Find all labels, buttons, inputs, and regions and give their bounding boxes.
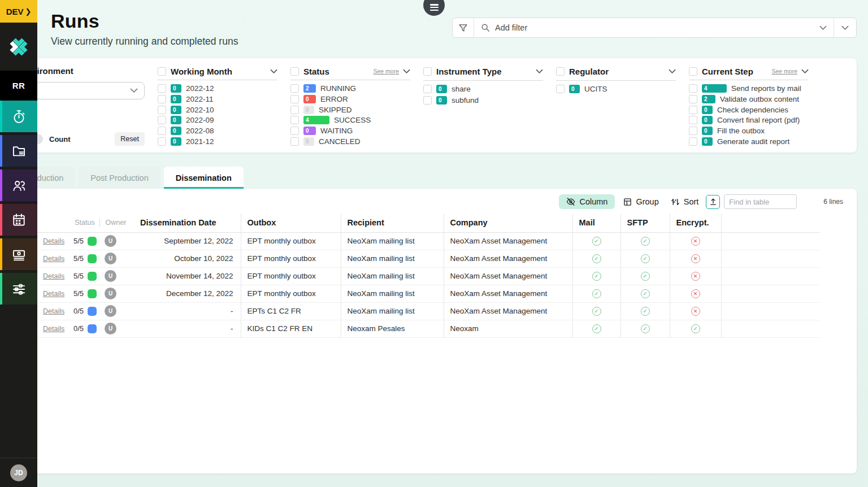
reset-button[interactable]: Reset xyxy=(115,132,145,146)
owner-avatar: U xyxy=(105,305,116,317)
filter-option: 0 2022-11 xyxy=(158,94,277,105)
sidebar-item-payments[interactable] xyxy=(0,238,37,270)
owner-avatar: U xyxy=(105,288,116,299)
status-square xyxy=(88,237,97,246)
run-progress: 5/5 xyxy=(73,254,84,263)
add-filter-input[interactable]: Add filter xyxy=(474,18,834,37)
filter-option-label: 2022-09 xyxy=(186,116,214,124)
status-select-all-checkbox[interactable] xyxy=(290,67,299,76)
filter-option-checkbox[interactable] xyxy=(689,95,697,103)
workspace-badge[interactable]: RR xyxy=(0,71,37,101)
details-link[interactable]: Details xyxy=(43,325,64,333)
sidebar-item-calendar[interactable] xyxy=(0,204,37,236)
filter-option-checkbox[interactable] xyxy=(689,106,697,114)
filter-option-checkbox[interactable] xyxy=(158,137,166,146)
sidebar-item-settings[interactable] xyxy=(0,273,37,305)
table-toolbar: Column Group Sort 6 lines xyxy=(12,193,857,210)
filter-option-label: Validate outbox content xyxy=(720,95,799,103)
tab-dissemination[interactable]: Dissemination xyxy=(164,167,244,189)
chevron-down-icon[interactable] xyxy=(819,23,827,33)
menu-toggle-button[interactable] xyxy=(423,0,445,16)
filter-option-checkbox[interactable] xyxy=(158,116,166,124)
filter-option-checkbox[interactable] xyxy=(689,116,697,124)
filter-option-label: WAITING xyxy=(320,127,353,135)
filter-option-checkbox[interactable] xyxy=(158,106,166,114)
filter-option-checkbox[interactable] xyxy=(689,84,697,93)
filter-option-label: SKIPPED xyxy=(319,106,352,114)
filter-option-checkbox[interactable] xyxy=(290,106,299,114)
recipient-cell: NeoXam mailing list xyxy=(341,232,444,250)
filter-option-label: RUNNING xyxy=(320,84,356,93)
active-strip xyxy=(0,101,2,132)
filter-option-count-badge: 4 xyxy=(303,116,329,124)
chevron-down-icon[interactable] xyxy=(801,69,809,74)
tab-post-production[interactable]: Post Production xyxy=(79,167,160,189)
filter-option: 0 2022-08 xyxy=(158,125,277,136)
chevron-down-icon[interactable] xyxy=(669,69,676,74)
filter-option-checkbox[interactable] xyxy=(290,137,299,146)
sidebar-item-folders[interactable] xyxy=(0,135,37,167)
dissemination-date-cell: October 10, 2022 xyxy=(132,250,241,267)
regulator-select-all-checkbox[interactable] xyxy=(556,67,565,76)
group-button[interactable]: Group xyxy=(623,197,658,206)
filter-funnel-button[interactable] xyxy=(453,18,474,37)
instrument-type-select-all-checkbox[interactable] xyxy=(423,67,432,76)
sort-button[interactable]: Sort xyxy=(671,197,699,206)
chevron-down-icon[interactable] xyxy=(403,69,410,74)
filter-option: 0 Generate audit report xyxy=(689,136,809,147)
chevron-down-icon[interactable] xyxy=(270,69,277,74)
dissemination-date-cell: November 14, 2022 xyxy=(132,267,241,285)
filter-option: 0 share xyxy=(423,84,543,95)
environment-title: Environment xyxy=(21,66,145,77)
filter-option-checkbox[interactable] xyxy=(290,84,299,93)
filter-option-count-badge: 0 xyxy=(171,127,181,135)
filter-option-checkbox[interactable] xyxy=(158,127,166,135)
working-month-select-all-checkbox[interactable] xyxy=(158,67,166,76)
details-link[interactable]: Details xyxy=(43,255,64,263)
chevron-right-icon: ❯ xyxy=(25,7,31,16)
filter-option-checkbox[interactable] xyxy=(689,137,697,146)
filter-option-checkbox[interactable] xyxy=(290,116,299,124)
filter-option-checkbox[interactable] xyxy=(290,127,299,135)
user-avatar[interactable]: JD xyxy=(10,464,27,481)
details-link[interactable]: Details xyxy=(43,290,64,298)
environment-badge[interactable]: DEV ❯ xyxy=(0,0,37,23)
filter-bar-expand-button[interactable] xyxy=(834,18,856,37)
filter-option-checkbox[interactable] xyxy=(689,127,697,135)
status-square xyxy=(88,289,97,298)
filter-option-count-badge: 0 xyxy=(171,106,181,114)
filter-option-checkbox[interactable] xyxy=(158,84,166,93)
details-link[interactable]: Details xyxy=(43,272,64,280)
filter-option: 2 Validate outbox content xyxy=(689,94,809,105)
details-link[interactable]: Details xyxy=(43,307,64,315)
filter-option-label: 2022-12 xyxy=(186,84,214,93)
filter-option-checkbox[interactable] xyxy=(423,96,432,105)
sidebar-item-users[interactable] xyxy=(0,169,37,201)
filter-option-count-badge: 0 xyxy=(171,137,181,146)
mail-status-icon: ✓ xyxy=(592,254,601,263)
outbox-cell: EPT monthly outbox xyxy=(241,267,341,285)
encrypt-status-icon: ✕ xyxy=(691,272,700,281)
stopwatch-icon xyxy=(11,109,27,124)
global-filter-bar: Add filter xyxy=(452,18,857,38)
filter-option-checkbox[interactable] xyxy=(423,85,432,93)
status-see-more-link[interactable]: See more xyxy=(373,68,399,75)
mail-status-icon: ✓ xyxy=(592,272,601,281)
outbox-cell: EPT monthly outbox xyxy=(241,285,341,302)
sftp-status-icon: ✓ xyxy=(641,289,650,298)
chevron-down-icon xyxy=(130,88,138,93)
filter-option-checkbox[interactable] xyxy=(158,95,166,103)
details-link[interactable]: Details xyxy=(43,237,64,245)
sidebar-item-runs[interactable] xyxy=(0,101,37,132)
filter-option-checkbox[interactable] xyxy=(556,85,565,93)
current-step-see-more-link[interactable]: See more xyxy=(771,68,797,75)
export-button[interactable] xyxy=(706,195,720,209)
environment-select[interactable] xyxy=(21,82,145,99)
filter-option-count-badge: 0 xyxy=(436,96,447,105)
table-row: Details 5/5 U December 12, 2022 EPT mont… xyxy=(12,285,819,302)
current-step-select-all-checkbox[interactable] xyxy=(689,67,697,76)
column-button[interactable]: Column xyxy=(559,194,615,209)
find-in-table-input[interactable] xyxy=(724,194,797,209)
filter-option-checkbox[interactable] xyxy=(290,95,299,103)
chevron-down-icon[interactable] xyxy=(536,69,543,74)
